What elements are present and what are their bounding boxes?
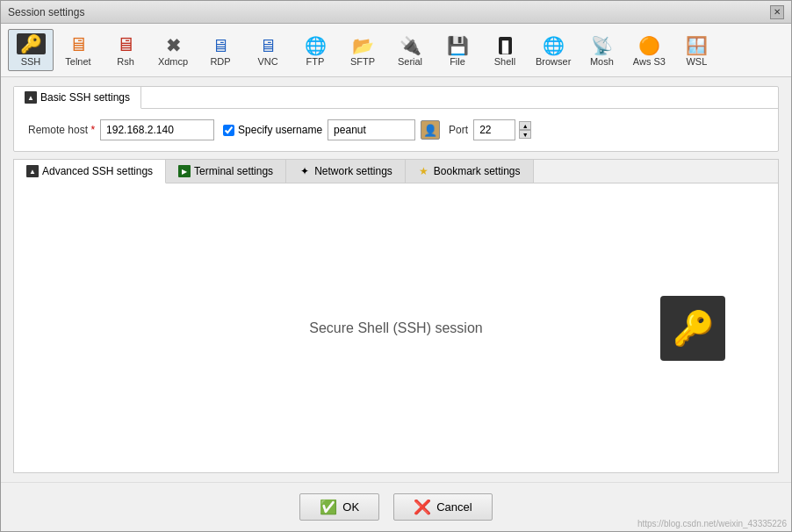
toolbar-label-telnet: Telnet: [65, 56, 90, 67]
toolbar-item-serial[interactable]: 🔌 Serial: [387, 32, 433, 71]
basic-ssh-tab-label: Basic SSH settings: [40, 91, 130, 104]
toolbar-item-xdmcp[interactable]: ✖ Xdmcp: [150, 32, 196, 71]
watermark: https://blog.csdn.net/weixin_43335226: [637, 519, 787, 528]
tab-terminal-label: Terminal settings: [194, 165, 273, 177]
toolbar-label-wsl: WSL: [686, 56, 707, 67]
main-tabs-header: ▲ Advanced SSH settings ▶ Terminal setti…: [14, 160, 778, 183]
toolbar-label-browser: Browser: [536, 56, 571, 67]
telnet-icon: 🖥: [68, 35, 88, 54]
user-browse-icon[interactable]: 👤: [421, 120, 440, 140]
ok-icon: ✅: [320, 499, 337, 515]
wsl-icon: 🪟: [686, 37, 708, 54]
specify-username-checkbox[interactable]: [223, 125, 234, 136]
toolbar-item-shell[interactable]: ▮ Shell: [482, 32, 528, 71]
key-icon: 🔑: [673, 309, 714, 348]
port-group: Port ▲ ▼: [449, 119, 531, 140]
toolbar-item-sftp[interactable]: 📂 SFTP: [340, 32, 385, 71]
port-input[interactable]: [473, 119, 515, 140]
basic-settings-body: Remote host * Specify username 👤: [14, 109, 778, 151]
ok-label: OK: [342, 500, 359, 514]
toolbar-label-xdmcp: Xdmcp: [158, 56, 188, 67]
terminal-tab-icon: ▶: [178, 165, 191, 177]
mosh-icon: 📡: [591, 37, 613, 54]
toolbar-item-vnc[interactable]: 🖥 VNC: [245, 32, 291, 71]
toolbar-item-telnet[interactable]: 🖥 Telnet: [55, 31, 101, 71]
session-key-icon-box: 🔑: [660, 296, 725, 361]
tab-terminal[interactable]: ▶ Terminal settings: [166, 160, 286, 183]
toolbar-label-rsh: Rsh: [117, 56, 134, 67]
session-type-label: Secure Shell (SSH) session: [309, 320, 482, 336]
remote-host-label: Remote host *: [28, 124, 95, 136]
tab-bookmark-label: Bookmark settings: [434, 165, 521, 177]
toolbar-label-ssh: SSH: [21, 56, 41, 67]
remote-host-input[interactable]: [100, 119, 214, 140]
advanced-ssh-tab-icon: ▲: [26, 165, 39, 177]
basic-ssh-tab[interactable]: ▲ Basic SSH settings: [14, 87, 141, 109]
toolbar-label-sftp: SFTP: [350, 56, 375, 67]
main-tabs-area: ▲ Advanced SSH settings ▶ Terminal setti…: [13, 159, 779, 473]
file-icon: 💾: [447, 37, 469, 54]
sftp-icon: 📂: [352, 37, 374, 54]
toolbar-item-ssh[interactable]: 🔑 SSH: [8, 29, 54, 71]
required-star: *: [90, 124, 95, 136]
username-input[interactable]: [328, 119, 415, 140]
toolbar-label-serial: Serial: [398, 56, 422, 67]
toolbar: 🔑 SSH 🖥 Telnet 🖥 Rsh ✖ Xdmcp 🖥 RDP 🖥 VNC: [1, 24, 791, 77]
toolbar-item-mosh[interactable]: 📡 Mosh: [579, 32, 624, 71]
specify-username-label[interactable]: Specify username: [223, 124, 322, 136]
toolbar-label-ftp: FTP: [306, 56, 325, 67]
rsh-icon: 🖥: [116, 35, 135, 54]
content-area: ▲ Basic SSH settings Remote host *: [1, 77, 791, 482]
toolbar-label-mosh: Mosh: [590, 56, 614, 67]
toolbar-item-aws-s3[interactable]: 🟠 Aws S3: [626, 32, 672, 71]
toolbar-item-rdp[interactable]: 🖥 RDP: [198, 32, 243, 71]
toolbar-label-rdp: RDP: [210, 56, 230, 67]
basic-settings-panel: ▲ Basic SSH settings Remote host *: [13, 86, 779, 152]
bookmark-tab-icon: ★: [418, 165, 430, 177]
tab-network-label: Network settings: [314, 165, 392, 177]
remote-host-group: Remote host *: [28, 119, 214, 140]
vnc-icon: 🖥: [259, 37, 277, 54]
cancel-icon: ❌: [414, 499, 431, 515]
tab-bookmark[interactable]: ★ Bookmark settings: [406, 160, 534, 183]
port-label: Port: [449, 124, 468, 136]
cancel-button[interactable]: ❌ Cancel: [393, 493, 492, 521]
title-bar: Session settings ✕: [1, 1, 791, 24]
toolbar-item-file[interactable]: 💾 File: [435, 32, 480, 71]
ok-button[interactable]: ✅ OK: [299, 493, 379, 521]
port-decrement-button[interactable]: ▼: [519, 130, 531, 139]
main-tab-content: Secure Shell (SSH) session 🔑: [14, 183, 778, 472]
ssh-icon: 🔑: [17, 33, 46, 54]
ftp-icon: 🌐: [305, 37, 327, 54]
close-button[interactable]: ✕: [770, 5, 784, 19]
rdp-icon: 🖥: [212, 37, 229, 54]
username-group: Specify username 👤: [223, 119, 440, 140]
toolbar-item-ftp[interactable]: 🌐 FTP: [292, 32, 338, 71]
tab-network[interactable]: ✦ Network settings: [286, 160, 406, 183]
xdmcp-icon: ✖: [166, 37, 181, 54]
network-tab-icon: ✦: [299, 165, 311, 177]
toolbar-label-file: File: [450, 56, 465, 67]
toolbar-item-browser[interactable]: 🌐 Browser: [529, 32, 577, 71]
cancel-label: Cancel: [436, 500, 472, 514]
basic-tab-header-row: ▲ Basic SSH settings: [14, 87, 778, 109]
toolbar-label-shell: Shell: [494, 56, 515, 67]
port-spinner: ▲ ▼: [519, 121, 531, 139]
browser-icon: 🌐: [543, 37, 565, 54]
shell-icon: ▮: [499, 37, 512, 54]
tab-advanced-ssh[interactable]: ▲ Advanced SSH settings: [14, 160, 166, 183]
basic-ssh-tab-icon: ▲: [25, 91, 37, 104]
toolbar-item-rsh[interactable]: 🖥 Rsh: [103, 31, 148, 71]
toolbar-label-aws-s3: Aws S3: [633, 56, 666, 67]
port-input-group: ▲ ▼: [473, 119, 531, 140]
session-settings-window: Session settings ✕ 🔑 SSH 🖥 Telnet 🖥 Rsh …: [0, 0, 792, 532]
port-increment-button[interactable]: ▲: [519, 121, 531, 130]
serial-icon: 🔌: [400, 37, 421, 54]
tab-advanced-ssh-label: Advanced SSH settings: [42, 165, 153, 177]
toolbar-label-vnc: VNC: [257, 56, 277, 67]
toolbar-item-wsl[interactable]: 🪟 WSL: [673, 32, 719, 71]
aws-s3-icon: 🟠: [638, 37, 660, 54]
window-title: Session settings: [8, 6, 84, 18]
